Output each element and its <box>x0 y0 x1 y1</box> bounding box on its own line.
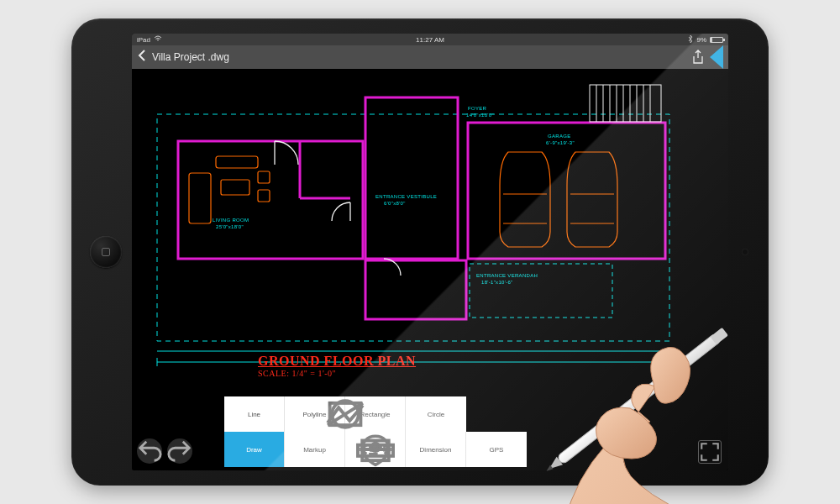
screen: iPad 11:27 AM 9% <box>132 34 728 470</box>
label-garage-name: GARAGE <box>548 134 570 139</box>
svg-rect-26 <box>258 190 270 202</box>
svg-rect-6 <box>365 97 458 259</box>
svg-rect-5 <box>178 141 363 259</box>
front-camera <box>742 249 748 255</box>
svg-rect-7 <box>365 260 466 319</box>
back-button[interactable] <box>137 49 147 66</box>
ipad-device-frame: iPad 11:27 AM 9% <box>71 18 769 486</box>
mode-tools-row: Draw Markup Measure Dimension <box>224 432 527 467</box>
svg-rect-23 <box>189 173 211 223</box>
svg-rect-24 <box>216 156 258 168</box>
redo-button[interactable] <box>167 438 192 464</box>
label-foyer-dims: 14'0"x18'0" <box>466 113 494 118</box>
ios-status-bar: iPad 11:27 AM 9% <box>132 34 728 45</box>
label-verandah-dims: 18'-1"x10'-6" <box>481 280 512 285</box>
label-living-name: LIVING ROOM <box>213 218 249 223</box>
plan-title: GROUND FLOOR PLAN <box>258 354 416 369</box>
drawing-canvas[interactable]: LIVING ROOM 25'0"x18'0" ENTRANCE VESTIBU… <box>132 69 728 470</box>
battery-icon <box>710 37 723 43</box>
svg-point-35 <box>332 401 359 428</box>
share-icon[interactable] <box>691 50 705 65</box>
filename[interactable]: Villa Project .dwg <box>152 51 229 63</box>
mode-gps[interactable]: GPS <box>466 432 527 467</box>
plan-scale: SCALE: 1/4" = 1'-0" <box>258 369 416 378</box>
home-button[interactable] <box>90 236 122 268</box>
svg-rect-25 <box>258 171 270 183</box>
svg-rect-32 <box>470 264 612 318</box>
label-verandah-name: ENTRANCE VERANDAH <box>476 273 538 278</box>
label-garage-dims: 6'-9"x19'-3" <box>546 140 575 145</box>
label-vestibule-dims: 6'0"x8'0" <box>384 201 406 206</box>
draw-tools-row: Line Polyline Rectangle Circle <box>224 396 466 432</box>
app-header: Villa Project .dwg <box>132 45 728 69</box>
label-living-dims: 25'0"x18'0" <box>216 224 244 229</box>
svg-rect-27 <box>221 180 249 195</box>
zoom-extents-button[interactable] <box>698 440 722 464</box>
panel-toggle-button[interactable] <box>710 45 723 69</box>
svg-point-45 <box>371 443 381 452</box>
tool-circle[interactable]: Circle <box>406 396 466 432</box>
undo-button[interactable] <box>137 438 162 464</box>
label-foyer-name: FOYER <box>468 106 487 111</box>
status-time: 11:27 AM <box>132 36 728 44</box>
plan-title-block: GROUND FLOOR PLAN SCALE: 1/4" = 1'-0" <box>258 354 416 378</box>
label-vestibule-name: ENTRANCE VESTIBULE <box>375 194 437 199</box>
